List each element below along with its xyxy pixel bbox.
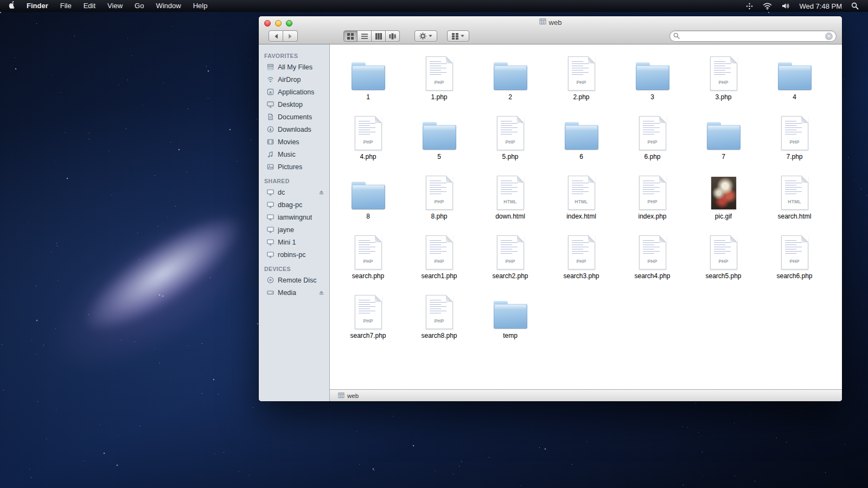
- sidebar-item-all-my-files[interactable]: All My Files: [259, 61, 329, 73]
- file-search-html[interactable]: HTMLsearch.html: [759, 171, 830, 231]
- file-4[interactable]: 4: [759, 52, 830, 112]
- list-view-button[interactable]: [358, 30, 372, 42]
- file-name-label: search7.php: [350, 332, 386, 339]
- menu-view[interactable]: View: [101, 0, 129, 12]
- file-7[interactable]: 7: [688, 112, 759, 171]
- file-search1-php[interactable]: PHPsearch1.php: [404, 231, 475, 291]
- sidebar-item-dbag-pc[interactable]: dbag-pc: [259, 198, 329, 211]
- code-lines: [643, 240, 660, 255]
- display-icon: [266, 251, 275, 259]
- file-3[interactable]: 3: [617, 52, 688, 112]
- sidebar-item-iamwingnut[interactable]: iamwingnut: [259, 211, 329, 223]
- file-down-html[interactable]: HTMLdown.html: [475, 171, 546, 231]
- sidebar-item-documents[interactable]: Documents: [259, 111, 329, 123]
- sidebar-item-movies[interactable]: Movies: [259, 136, 329, 148]
- sidebar-item-dc[interactable]: dc: [259, 186, 329, 198]
- close-button[interactable]: [264, 20, 271, 27]
- search-field[interactable]: ✕: [669, 30, 837, 42]
- code-lines: [359, 240, 375, 255]
- file-2-php[interactable]: PHP2.php: [546, 52, 617, 112]
- php-file-icon: PHP: [710, 235, 737, 269]
- file-search2-php[interactable]: PHPsearch2.php: [475, 231, 546, 291]
- file-name-label: search5.php: [705, 272, 741, 280]
- file-search3-php[interactable]: PHPsearch3.php: [546, 231, 617, 291]
- search-input[interactable]: [682, 33, 823, 40]
- window-title-icon: [539, 18, 546, 27]
- arrange-menu-button[interactable]: [447, 30, 469, 42]
- back-button[interactable]: [269, 30, 283, 42]
- sidebar-item-robins-pc[interactable]: robins-pc: [259, 248, 329, 261]
- file-5-php[interactable]: PHP5.php: [475, 112, 546, 171]
- file-6-php[interactable]: PHP6.php: [617, 112, 688, 171]
- spotlight-icon[interactable]: [846, 2, 864, 10]
- file-3-php[interactable]: PHP3.php: [688, 52, 759, 112]
- file-5[interactable]: 5: [404, 112, 475, 171]
- file-search-php[interactable]: PHPsearch.php: [333, 231, 404, 291]
- window-chrome[interactable]: web: [259, 16, 842, 44]
- icon-view-button[interactable]: [343, 30, 358, 42]
- folder-icon: [352, 65, 385, 90]
- sidebar-item-mini-1[interactable]: Mini 1: [259, 236, 329, 248]
- sidebar-item-desktop[interactable]: Desktop: [259, 98, 329, 111]
- file-temp[interactable]: temp: [475, 291, 546, 350]
- menu-help[interactable]: Help: [187, 0, 214, 12]
- file-4-php[interactable]: PHP4.php: [333, 112, 404, 171]
- file-2[interactable]: 2: [475, 52, 546, 112]
- status-path-label[interactable]: web: [347, 393, 359, 399]
- action-menu-button[interactable]: [414, 30, 437, 42]
- php-file-icon: PHP: [355, 116, 382, 150]
- page-fold: [801, 235, 808, 242]
- file-index-html[interactable]: HTMLindex.html: [546, 171, 617, 231]
- menu-edit[interactable]: Edit: [78, 0, 101, 12]
- sidebar-item-label: Documents: [278, 113, 312, 121]
- sidebar-item-media[interactable]: Media: [259, 286, 329, 299]
- file-search8-php[interactable]: PHPsearch8.php: [404, 291, 475, 350]
- display-icon: [266, 238, 275, 247]
- file-6[interactable]: 6: [546, 112, 617, 171]
- volume-icon[interactable]: [777, 3, 795, 9]
- wifi-icon[interactable]: [758, 3, 777, 10]
- sidebar-item-remote-disc[interactable]: Remote Disc: [259, 274, 329, 286]
- zoom-button[interactable]: [286, 20, 292, 27]
- file-pic-gif[interactable]: pic.gif: [688, 171, 759, 231]
- sidebar-item-airdrop[interactable]: AirDrop: [259, 73, 329, 86]
- coverflow-view-button[interactable]: [386, 30, 400, 42]
- sidebar-item-pictures[interactable]: Pictures: [259, 160, 329, 173]
- apple-menu[interactable]: [4, 1, 21, 11]
- minimize-button[interactable]: [275, 20, 282, 27]
- file-7-php[interactable]: PHP7.php: [759, 112, 830, 171]
- file-search4-php[interactable]: PHPsearch4.php: [617, 231, 688, 291]
- sidebar-item-downloads[interactable]: Downloads: [259, 123, 329, 136]
- menu-go[interactable]: Go: [129, 0, 150, 12]
- menu-extra-icon[interactable]: [741, 3, 758, 10]
- forward-button[interactable]: [283, 30, 298, 42]
- sidebar-item-applications[interactable]: AApplications: [259, 86, 329, 98]
- file-1-php[interactable]: PHP1.php: [404, 52, 475, 112]
- sidebar-item-jayne[interactable]: jayne: [259, 223, 329, 236]
- code-lines: [643, 121, 660, 136]
- file-8[interactable]: 8: [333, 171, 404, 231]
- code-lines: [501, 240, 518, 255]
- menu-finder[interactable]: Finder: [21, 0, 54, 12]
- file-type-badge: PHP: [497, 139, 524, 145]
- file-search6-php[interactable]: PHPsearch6.php: [759, 231, 830, 291]
- file-1[interactable]: 1: [333, 52, 404, 112]
- search-clear-icon[interactable]: ✕: [825, 33, 833, 40]
- code-lines: [572, 240, 589, 255]
- menu-window[interactable]: Window: [150, 0, 187, 12]
- file-index-php[interactable]: PHPindex.php: [617, 171, 688, 231]
- column-view-button[interactable]: [372, 30, 386, 42]
- file-name-label: 8.php: [431, 213, 447, 220]
- page-fold: [446, 56, 453, 63]
- sidebar-item-music[interactable]: Music: [259, 148, 329, 160]
- eject-icon[interactable]: [318, 290, 324, 296]
- menu-file[interactable]: File: [54, 0, 78, 12]
- eject-icon[interactable]: [318, 189, 324, 195]
- page-fold: [801, 116, 808, 123]
- desktop-icon: [266, 100, 275, 109]
- file-search5-php[interactable]: PHPsearch5.php: [688, 231, 759, 291]
- file-8-php[interactable]: PHP8.php: [404, 171, 475, 231]
- menu-clock[interactable]: Wed 7:48 PM: [795, 2, 846, 10]
- page-fold: [659, 116, 666, 123]
- file-search7-php[interactable]: PHPsearch7.php: [333, 291, 404, 350]
